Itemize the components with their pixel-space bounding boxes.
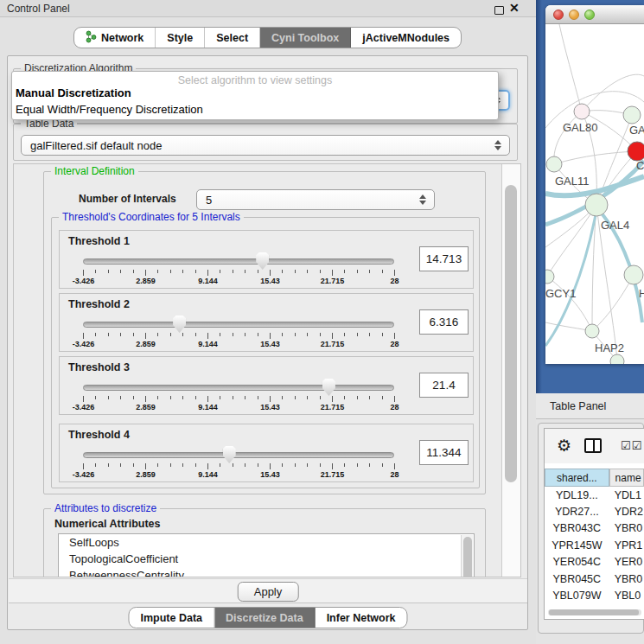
network-node-gal11[interactable] — [546, 156, 562, 172]
network-edge[interactable] — [554, 112, 582, 164]
slider-tick — [83, 270, 84, 276]
slider-tick — [195, 396, 196, 399]
slider-tick — [95, 463, 96, 467]
slider-tick — [233, 396, 233, 399]
network-node-gal4[interactable] — [585, 194, 608, 216]
vertical-scrollbar[interactable] — [501, 164, 520, 577]
tick-label: 21.715 — [321, 470, 345, 479]
attributes-scrollbar[interactable] — [461, 535, 473, 577]
apply-button[interactable]: Apply — [238, 582, 299, 602]
tick-label: -3.426 — [73, 470, 95, 479]
slider-tick — [344, 333, 345, 336]
tab-label: Select — [216, 32, 248, 44]
horizontal-scrollbar[interactable] — [548, 609, 641, 615]
threshold-value-field[interactable]: 11.344 — [419, 440, 469, 465]
cell-shared-name: YBR045C — [545, 571, 609, 587]
table-data-combo[interactable]: galFiltered.sif default node — [21, 135, 510, 156]
slider-tick — [394, 463, 395, 469]
tab-cyni-toolbox[interactable]: Cyni Toolbox — [260, 28, 351, 48]
popup-option[interactable]: Manual Discretization — [16, 86, 131, 99]
slider-thumb[interactable] — [322, 379, 335, 396]
slider-tick — [258, 463, 258, 467]
slider-track[interactable] — [83, 385, 394, 391]
slider-tick — [382, 270, 383, 273]
popup-option[interactable]: Equal Width/Frequency Discretization — [16, 103, 203, 116]
table-row[interactable]: YDL19...YDL1 — [545, 487, 644, 503]
slider-tick — [295, 396, 296, 399]
slider-tick — [195, 333, 196, 336]
slider-thumb[interactable] — [256, 252, 269, 270]
attribute-item[interactable]: SelfLoops — [59, 534, 474, 551]
mac-zoom-icon[interactable] — [584, 10, 595, 20]
slider-track[interactable] — [83, 322, 394, 328]
network-node-h[interactable] — [624, 265, 643, 284]
bottom-tab-impute-data[interactable]: Impute Data — [129, 608, 214, 628]
network-canvas[interactable]: GAL80GACGAL11GAL4GCY1HHAP2 — [545, 24, 644, 364]
tab-select[interactable]: Select — [205, 28, 260, 48]
float-icon[interactable] — [494, 6, 504, 15]
close-icon[interactable]: ✕ — [509, 1, 520, 15]
slider-tick — [220, 270, 220, 273]
tab-jactivemnodules[interactable]: jActiveMNodules — [351, 28, 461, 48]
cell-shared-name: YER054C — [545, 554, 609, 571]
table-row[interactable]: YBR045CYBR0 — [545, 571, 644, 587]
scrollbar-thumb[interactable] — [505, 185, 517, 482]
cyni-toolbox-panel: Discretization Algorithm Table Data galF… — [7, 55, 528, 630]
column-header-shared-name[interactable]: shared... — [545, 469, 609, 487]
network-edge[interactable] — [559, 24, 582, 112]
attribute-item[interactable]: BetweennessCentrality — [59, 567, 474, 577]
network-view-window[interactable]: GAL80GACGAL11GAL4GCY1HHAP2 — [545, 5, 644, 364]
slider-tick — [195, 270, 196, 273]
slider-tick — [258, 270, 258, 273]
threshold-panel: Threshold 4-3.4262.8599.14415.4321.71528… — [59, 424, 474, 482]
checkbox-icons[interactable]: ☑☑ — [621, 439, 642, 452]
slider-tick — [207, 463, 208, 469]
bottom-tab-infer-network[interactable]: Infer Network — [316, 608, 407, 628]
threshold-value-field[interactable]: 14.713 — [419, 246, 469, 271]
tick-label: 15.43 — [260, 277, 280, 285]
network-node[interactable] — [610, 354, 624, 364]
slider-thumb[interactable] — [173, 316, 186, 333]
scrollbar-thumb[interactable] — [549, 609, 639, 615]
column-header-name[interactable]: name — [609, 469, 644, 487]
slider-track[interactable] — [83, 452, 394, 458]
threshold-value-field[interactable]: 21.4 — [419, 373, 469, 398]
split-columns-icon[interactable] — [584, 438, 602, 453]
table-row[interactable]: YLR345WYLR3 — [545, 604, 644, 607]
network-node-ga[interactable] — [623, 106, 641, 124]
algorithm-dropdown-popup: Select algorithm to view settings Manual… — [11, 71, 499, 120]
slider-tick — [282, 270, 283, 273]
slider-tick — [270, 333, 271, 339]
slider-tick — [282, 396, 283, 399]
table-row[interactable]: YBL079WYBL0 — [545, 587, 644, 603]
slider-tick — [133, 333, 134, 336]
slider-tick — [207, 396, 208, 402]
settings-gear-icon[interactable]: ⚙ — [557, 436, 571, 455]
network-node-gal80[interactable] — [574, 104, 590, 119]
table-row[interactable]: YDR27...YDR2 — [545, 503, 644, 520]
slider-tick — [357, 463, 358, 467]
network-node-hap2[interactable] — [585, 324, 599, 338]
bottom-tab-discretize-data[interactable]: Discretize Data — [214, 608, 316, 628]
tab-network[interactable]: Network — [74, 28, 156, 48]
tab-style[interactable]: Style — [156, 28, 205, 48]
slider-thumb[interactable] — [223, 446, 236, 463]
network-edge[interactable] — [545, 361, 617, 364]
slider-tick — [282, 333, 283, 336]
threshold-value-field[interactable]: 6.316 — [419, 309, 469, 335]
network-window-titlebar[interactable] — [545, 5, 644, 24]
mac-minimize-icon[interactable] — [569, 10, 579, 20]
network-node-c[interactable] — [628, 142, 644, 161]
num-intervals-combo[interactable]: 5 — [196, 189, 435, 210]
table-row[interactable]: YPR145WYPR1 — [545, 537, 644, 553]
attributes-list[interactable]: SelfLoopsTopologicalCoefficientBetweenne… — [58, 533, 475, 577]
scrollbar-thumb[interactable] — [463, 537, 472, 577]
network-edge[interactable] — [582, 74, 644, 112]
slider-tick — [145, 396, 146, 402]
mac-close-icon[interactable] — [553, 10, 564, 20]
slider-track[interactable] — [83, 258, 394, 265]
threshold-label: Threshold 2 — [68, 298, 130, 310]
table-row[interactable]: YER054CYER0 — [545, 554, 644, 571]
table-row[interactable]: YBR043CYBR0 — [545, 520, 644, 537]
attribute-item[interactable]: TopologicalCoefficient — [59, 551, 474, 567]
